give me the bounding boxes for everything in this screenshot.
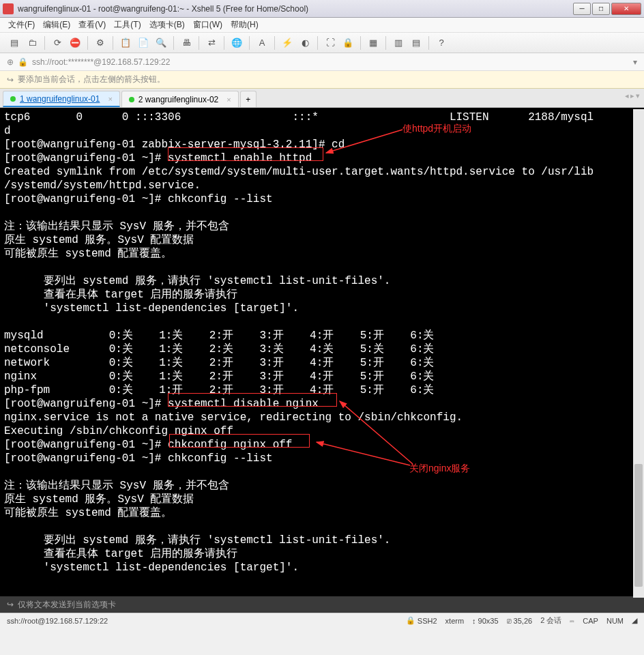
status-ssh: 🔒SSH2: [406, 616, 437, 625]
tab-session-1[interactable]: 1 wangruifenglinux-01 ×: [3, 91, 120, 107]
menu-options[interactable]: 选项卡(B): [149, 19, 185, 31]
close-button[interactable]: ✕: [611, 3, 641, 15]
terminal-line: mysqld 0:关 1:关 2:开 3:开 4:开 5:开 6:关: [4, 329, 640, 343]
terminal-line: [4, 465, 640, 479]
copy-icon[interactable]: 📋: [118, 35, 133, 50]
tab-next-icon[interactable]: ▸: [630, 91, 634, 100]
menu-tools[interactable]: 工具(T): [114, 19, 141, 31]
status-path: ssh://root@192.168.57.129:22: [7, 617, 398, 625]
scrollbar-thumb[interactable]: [634, 464, 643, 587]
terminal-line: network 0:关 1:关 2:开 3:开 4:开 5:开 6:关: [4, 356, 640, 370]
session-path[interactable]: ssh://root:********@192.168.57.129:22: [32, 57, 629, 67]
menu-view[interactable]: 查看(V): [78, 19, 106, 31]
hint-icon: ↪: [7, 75, 14, 85]
window-title: wangruifenglinux-01 - root@wangruifeng-0…: [18, 4, 572, 14]
script-icon[interactable]: ⚡: [280, 35, 295, 50]
minimize-button[interactable]: ─: [573, 3, 591, 15]
open-folder-icon[interactable]: 🗀: [25, 35, 40, 50]
disconnect-icon[interactable]: ⛔: [68, 35, 83, 50]
annotation-httpd: 使httpd开机启动: [402, 121, 471, 135]
terminal-line: [root@wangruifeng-01 ~]# chkconfig --lis…: [4, 452, 640, 465]
menu-window[interactable]: 窗口(W): [193, 19, 222, 31]
cascade-icon[interactable]: ▥: [391, 35, 406, 50]
font-icon[interactable]: A: [254, 35, 269, 50]
status-term: xterm: [445, 617, 465, 625]
send-hint-text: 仅将文本发送到当前选项卡: [18, 599, 116, 611]
status-pos: ⎚35,26: [507, 617, 533, 625]
tab-label: 2 wangruifenglinux-02: [138, 95, 218, 104]
terminal-line: d: [4, 124, 640, 138]
terminal-line: 注：该输出结果只显示 SysV 服务，并不包含: [4, 220, 640, 233]
terminal-line: 'systemctl list-dependencies [target]'.: [4, 302, 640, 315]
menu-file[interactable]: 文件(F): [8, 19, 35, 31]
terminal-line: tcp6 0 0 :::3306 :::* LISTEN 2188/mysql: [4, 111, 640, 124]
terminal-line: 注：该输出结果只显示 SysV 服务，并不包含: [4, 479, 640, 493]
app-icon: [3, 3, 14, 14]
tabbar: 1 wangruifenglinux-01 × 2 wangruifenglin…: [0, 89, 644, 108]
terminal-line: Created symlink from /etc/systemd/system…: [4, 165, 640, 179]
tile-icon[interactable]: ▦: [366, 35, 381, 50]
terminal-line: nginx 0:关 1:关 2:开 3:开 4:开 5:开 6:关: [4, 370, 640, 383]
tab-list-icon[interactable]: ▾: [636, 91, 640, 100]
tab-session-2[interactable]: 2 wangruifenglinux-02 ×: [121, 91, 239, 107]
fullscreen-icon[interactable]: ⛶: [323, 35, 338, 50]
highlight-box-2: [168, 393, 337, 407]
titlebar: wangruifenglinux-01 - root@wangruifeng-0…: [0, 0, 644, 18]
transfer-icon[interactable]: ⇄: [204, 35, 219, 50]
terminal-line: [4, 520, 640, 534]
terminal-line: 要列出 systemd 服务，请执行 'systemctl list-unit-…: [4, 274, 640, 288]
lock-icon[interactable]: 🔒: [340, 35, 355, 50]
tab-prev-icon[interactable]: ◂: [625, 91, 629, 100]
addressbar: ⊕ 🔒 ssh://root:********@192.168.57.129:2…: [0, 53, 644, 71]
layout-icon[interactable]: ▤: [409, 35, 424, 50]
tab-add-button[interactable]: +: [240, 91, 257, 107]
terminal[interactable]: tcp6 0 0 :::3306 :::* LISTEN 2188/mysqld…: [0, 108, 644, 596]
terminal-line: Executing /sbin/chkconfig nginx off: [4, 424, 640, 438]
terminal-line: /systemd/system/httpd.service.: [4, 179, 640, 192]
terminal-line: [4, 206, 640, 220]
tab-close-icon[interactable]: ×: [226, 96, 231, 104]
terminal-line: 可能被原生 systemd 配置覆盖。: [4, 506, 640, 520]
paste-icon[interactable]: 📄: [136, 35, 151, 50]
highlight-box-3: [169, 434, 310, 448]
toolbar: ▤ 🗀 ⟳ ⛔ ⚙ 📋 📄 🔍 🖶 ⇄ 🌐 A ⚡ ◐ ⛶ 🔒 ▦ ▥ ▤ ?: [0, 33, 644, 53]
terminal-line: 可能被原生 systemd 配置覆盖。: [4, 247, 640, 261]
terminal-line: netconsole 0:关 1:关 2:关 3:关 4:关 5:关 6:关: [4, 343, 640, 356]
resize-grip-icon[interactable]: ◢: [632, 616, 637, 625]
menu-help[interactable]: 帮助(H): [231, 19, 259, 31]
find-icon[interactable]: 🔍: [153, 35, 169, 50]
status-grip: ⎓: [570, 617, 574, 625]
highlight-box-1: [168, 147, 323, 161]
new-session-icon[interactable]: ▤: [7, 35, 22, 50]
status-cap: CAP: [583, 617, 598, 625]
terminal-line: [4, 315, 640, 329]
lock-icon: 🔒: [18, 57, 28, 67]
menubar: 文件(F) 编辑(E) 查看(V) 工具(T) 选项卡(B) 窗口(W) 帮助(…: [0, 18, 644, 33]
status-dot-icon: [10, 96, 16, 102]
terminal-scrollbar[interactable]: [633, 109, 644, 598]
plus-icon: +: [246, 95, 250, 104]
terminal-line: 查看在具体 target 启用的服务请执行: [4, 288, 640, 302]
maximize-button[interactable]: □: [592, 3, 610, 15]
globe-icon[interactable]: 🌐: [229, 35, 244, 50]
terminal-line: 查看在具体 target 启用的服务请执行: [4, 547, 640, 561]
terminal-line: nginx.service is not a native service, r…: [4, 411, 640, 424]
print-icon[interactable]: 🖶: [179, 35, 194, 50]
terminal-line: [4, 574, 640, 588]
menu-edit[interactable]: 编辑(E): [43, 19, 70, 31]
status-num: NUM: [606, 617, 624, 625]
add-session-icon[interactable]: ⊕: [7, 57, 14, 67]
terminal-line: 'systemctl list-dependencies [target]'.: [4, 561, 640, 574]
reconnect-icon[interactable]: ⟳: [50, 35, 65, 50]
terminal-line: [4, 261, 640, 274]
terminal-line: [root@wangruifeng-01 ~]# chkconfig --lis…: [4, 192, 640, 206]
dropdown-icon[interactable]: ▾: [633, 57, 637, 67]
tab-close-icon[interactable]: ×: [108, 95, 112, 103]
help-icon[interactable]: ?: [434, 35, 449, 50]
macro-icon[interactable]: ◐: [297, 35, 312, 50]
status-size: ↕90x35: [472, 617, 498, 625]
properties-icon[interactable]: ⚙: [93, 35, 108, 50]
send-icon: ↪: [7, 600, 14, 609]
status-dot-icon: [129, 97, 134, 102]
terminal-line: 原生 systemd 服务。SysV 配置数据: [4, 233, 640, 247]
